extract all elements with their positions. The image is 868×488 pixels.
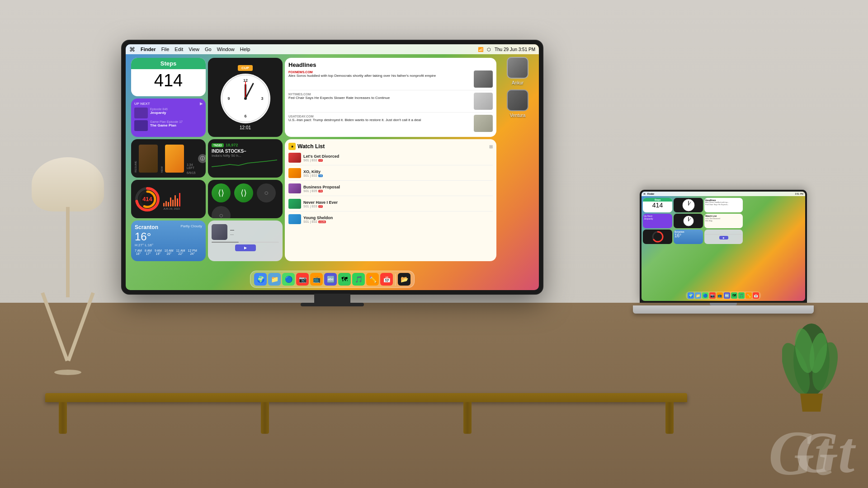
dock-icon-finder-folder[interactable]: 📂 <box>398 273 410 286</box>
lamp-pole <box>66 207 70 297</box>
dock-icon-notes[interactable]: ✏️ <box>366 273 379 286</box>
tv-display: ⌘ Finder File Edit View Go Window Help 📶… <box>122 41 542 294</box>
dock-icon-calendar[interactable]: 📅 <box>380 273 393 286</box>
svg-text:Gt: Gt <box>769 418 834 483</box>
plant-svg <box>782 314 841 414</box>
watchlist-item-4: Never Have I Ever S01 | E03 ↑7 <box>288 199 493 211</box>
laptop-headlines: Headlines Alex Soros huddled with top...… <box>704 198 743 212</box>
headlines-widget: Headlines FOXNEWS.COM Alex Soros huddled… <box>285 58 496 137</box>
table-top <box>45 393 687 402</box>
apple-menu[interactable]: ⌘ <box>129 46 135 53</box>
laptop-dock-icon[interactable]: ✏️ <box>745 292 752 299</box>
lamp-leg-left <box>41 292 69 361</box>
laptop-dock-icon[interactable]: 🔤 <box>724 292 730 299</box>
tv-frame: ⌘ Finder File Edit View Go Window Help 📶… <box>122 41 542 294</box>
weather-widget: Scranton 16° H:27° L:16° Partly Cloudy 7… <box>131 221 206 261</box>
watchlist-icon: ★ <box>288 143 296 150</box>
laptop-weather: Scranton 16° <box>674 230 703 244</box>
desktop-icon-ventura[interactable]: Ventura <box>502 89 533 118</box>
dock-icon-chrome[interactable]: 🔵 <box>282 273 295 286</box>
upnext-item-2: Game Plan Episode 17 The Game Plan <box>134 120 203 131</box>
dock-icon-finder[interactable]: 🌍 <box>254 273 267 286</box>
activity-ring-svg: 414 <box>134 186 160 212</box>
laptop-dock-icon[interactable]: 📅 <box>753 292 759 299</box>
watchlist-expand[interactable]: ⊞ <box>489 144 493 149</box>
headline-img-3 <box>474 115 493 132</box>
weather-hilow: H:27° L:16° <box>135 243 153 247</box>
dock-icon-spotify[interactable]: 🎵 <box>352 273 365 286</box>
bluetooth-icon-4: ○ <box>212 206 231 218</box>
clock-time: 12:01 <box>240 125 251 130</box>
upnext-ep1: Episode 846 <box>150 108 168 111</box>
watchlist-thumb-3 <box>288 183 301 193</box>
stocks-value: 18,972 <box>226 143 238 147</box>
menu-help[interactable]: Help <box>240 47 250 52</box>
laptop-clock <box>674 198 703 212</box>
table-leg <box>665 402 674 434</box>
activity-widget: 414 JUN 29, 2023 <box>131 180 206 218</box>
music-play-button[interactable]: ▶ <box>235 244 256 251</box>
desktop-icon-ankur[interactable]: Ankur <box>502 57 533 85</box>
watchlist-item-5: Young Sheldon S01 | E02 +125 <box>288 214 493 224</box>
laptop-clock-2-svg <box>683 216 694 226</box>
laptop-widgets: Steps 414 Headlines Alex Soros huddled w… <box>642 197 805 245</box>
upnext-item-1: Episode 846 Jeopardy <box>134 108 203 118</box>
table-leg <box>463 402 472 434</box>
laptop-clock-2 <box>674 214 703 228</box>
movie-info-icon[interactable]: ⓘ <box>198 154 206 163</box>
menu-window[interactable]: Window <box>217 47 235 52</box>
laptop-base <box>633 305 814 314</box>
bluetooth-icon-2: ⟨⟩ <box>234 183 253 202</box>
watchlist-item-2: XO, Kitty S01 | E02 ↑4 <box>288 168 493 181</box>
laptop-dock-icon[interactable]: 📁 <box>695 292 701 299</box>
menubar: ⌘ Finder File Edit View Go Window Help 📶… <box>126 44 539 54</box>
menu-view[interactable]: View <box>189 47 199 52</box>
watchlist-title: Watch List <box>297 143 325 150</box>
stocks-tag: *NSEl <box>212 143 224 147</box>
menu-file[interactable]: File <box>161 47 170 52</box>
dock-icon-tv[interactable]: 📺 <box>310 273 323 286</box>
menu-go[interactable]: Go <box>205 47 212 52</box>
weather-condition: Partly Cloudy <box>180 224 202 228</box>
table-leg <box>59 402 67 434</box>
dock: 🌍 📁 🔵 📷 📺 🔤 🗺 🎵 ✏️ 📅 📂 <box>250 271 415 288</box>
bluetooth-icon-1: ⟨⟩ <box>212 183 231 202</box>
dock-icon-translate[interactable]: 🔤 <box>324 273 337 286</box>
steps-widget: Steps 414 <box>131 58 206 96</box>
lamp-leg-right <box>67 292 95 361</box>
clock-face: 12 3 6 9 <box>221 74 270 123</box>
lamp-shade <box>32 157 104 211</box>
lamp-legs <box>41 293 95 365</box>
laptop-dock-icon[interactable]: 📷 <box>709 292 716 299</box>
bluetooth-icon: ⬡ <box>487 47 491 52</box>
dock-icon-photos[interactable]: 📷 <box>296 273 309 286</box>
laptop-dock-icon[interactable]: 🔵 <box>702 292 708 299</box>
steps-header: Steps <box>131 58 206 69</box>
laptop-dock: 🌍 📁 🔵 📷 📺 🔤 🗺 🎵 ✏️ 📅 <box>686 291 761 300</box>
laptop-watchlist: Watch List Let's Get Divorced XO, Kitty <box>704 214 743 228</box>
svg-text:414: 414 <box>142 196 152 202</box>
dock-icon-launchpad[interactable]: 📁 <box>268 273 281 286</box>
laptop-dock-icon[interactable]: 🎵 <box>738 292 745 299</box>
headline-item-1: FOXNEWS.COM Alex Soros huddled with top … <box>288 70 493 90</box>
table-legs <box>45 402 687 434</box>
laptop-activity <box>643 230 672 244</box>
ankur-icon-image <box>507 57 528 79</box>
datetime-display: Thu 29 Jun 3:51 PM <box>495 47 535 52</box>
dock-icon-maps[interactable]: 🗺 <box>338 273 351 286</box>
laptop-steps: Steps 414 <box>643 198 672 212</box>
clock-label: CUP <box>238 65 253 71</box>
lamp-foot <box>54 370 81 375</box>
music-album-art <box>212 224 227 240</box>
laptop-dock-icon[interactable]: 🌍 <box>688 292 694 299</box>
ankur-icon-label: Ankur <box>512 80 524 85</box>
laptop-dock-icon[interactable]: 🗺 <box>731 292 737 299</box>
menu-edit[interactable]: Edit <box>175 47 183 52</box>
svg-text:9: 9 <box>227 96 230 101</box>
menu-finder[interactable]: Finder <box>141 47 156 52</box>
activity-date: JUN 29, 2023 <box>163 207 203 210</box>
laptop-dock-icon[interactable]: 📺 <box>717 292 723 299</box>
music-widget: — — ▶ <box>208 221 283 261</box>
menubar-left: ⌘ Finder File Edit View Go Window Help <box>129 46 250 53</box>
laptop: ⌘ Finder 3:51 PM Steps 414 <box>633 190 814 314</box>
